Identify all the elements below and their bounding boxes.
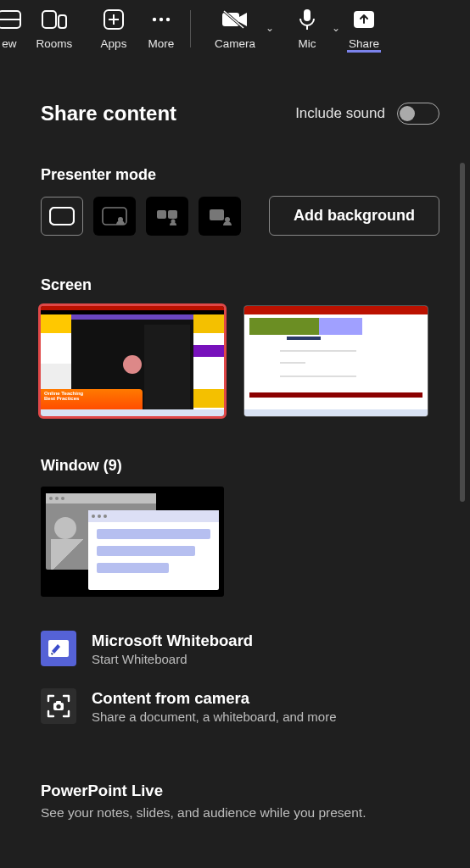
svg-point-9 [166, 18, 170, 21]
camera-button[interactable]: Camera ⌄ [196, 7, 274, 50]
svg-rect-26 [56, 701, 61, 704]
content-camera-subtitle: Share a document, a whiteboard, and more [92, 709, 337, 724]
more-icon [151, 7, 171, 32]
presenter-mode-side-by-side[interactable] [146, 197, 188, 236]
apps-button[interactable]: Apps [90, 7, 137, 50]
more-label: More [148, 37, 175, 50]
powerpoint-live-section: PowerPoint Live See your notes, slides, … [41, 782, 470, 821]
mic-label: Mic [299, 37, 316, 50]
camera-label: Camera [215, 37, 255, 50]
ppt-subtitle: See your notes, slides, and audience whi… [41, 805, 470, 821]
whiteboard-title: Microsoft Whiteboard [92, 632, 253, 650]
content-camera-title: Content from camera [92, 689, 337, 708]
include-sound-toggle[interactable] [397, 103, 439, 125]
presenter-mode-row: Add background [41, 196, 470, 236]
window-section-label: Window (9) [41, 457, 470, 475]
svg-rect-2 [42, 11, 56, 28]
screen-section-label: Screen [41, 276, 470, 294]
whiteboard-icon [41, 631, 76, 666]
svg-point-27 [56, 704, 60, 709]
view-label: ew [2, 37, 16, 50]
scrollbar[interactable] [460, 163, 465, 502]
svg-rect-10 [222, 13, 239, 26]
share-icon [353, 7, 375, 32]
share-button[interactable]: Share [340, 7, 388, 50]
svg-rect-16 [50, 208, 74, 225]
rooms-button[interactable]: Rooms [19, 7, 90, 50]
presenter-mode-label: Presenter mode [41, 166, 470, 184]
screen-list: Online TeachingBest Practices [41, 306, 470, 416]
share-label: Share [349, 37, 379, 50]
mic-icon [299, 7, 316, 32]
window-picker[interactable] [41, 487, 224, 597]
panel-title: Share content [41, 102, 176, 125]
svg-rect-19 [157, 210, 166, 219]
content-camera-icon [41, 688, 76, 724]
screen-thumb-1[interactable]: Online TeachingBest Practices [41, 306, 224, 416]
svg-point-8 [159, 18, 163, 21]
svg-rect-13 [304, 9, 311, 21]
share-panel: Share content Include sound Presenter mo… [0, 61, 470, 868]
svg-point-7 [153, 18, 156, 21]
apps-icon [104, 7, 124, 32]
presenter-mode-reporter[interactable] [199, 197, 241, 236]
active-indicator [347, 50, 381, 53]
view-button[interactable]: ew [0, 7, 19, 50]
chevron-down-icon[interactable]: ⌄ [332, 22, 340, 34]
presenter-mode-standout[interactable] [93, 197, 136, 236]
mic-button[interactable]: Mic ⌄ [274, 7, 340, 50]
svg-rect-22 [210, 209, 224, 220]
whiteboard-option[interactable]: Microsoft Whiteboard Start Whiteboard [41, 631, 470, 666]
ppt-title: PowerPoint Live [41, 782, 470, 800]
chevron-down-icon[interactable]: ⌄ [266, 22, 274, 34]
rooms-icon [42, 7, 67, 32]
meeting-toolbar: ew Rooms Apps More Camera ⌄ Mic ⌄ [0, 0, 470, 61]
whiteboard-subtitle: Start Whiteboard [92, 652, 253, 666]
svg-rect-20 [168, 210, 177, 219]
rooms-label: Rooms [36, 37, 73, 50]
more-button[interactable]: More [137, 7, 185, 50]
screen-thumb-2[interactable] [244, 306, 428, 416]
svg-rect-3 [59, 15, 66, 28]
toggle-knob [400, 106, 415, 121]
add-background-button[interactable]: Add background [269, 196, 439, 236]
divider [190, 10, 191, 47]
camera-off-icon [221, 7, 249, 32]
include-sound-label: Include sound [295, 105, 385, 122]
apps-label: Apps [101, 37, 127, 50]
content-camera-option[interactable]: Content from camera Share a document, a … [41, 688, 470, 724]
presenter-mode-content-only[interactable] [41, 197, 83, 236]
